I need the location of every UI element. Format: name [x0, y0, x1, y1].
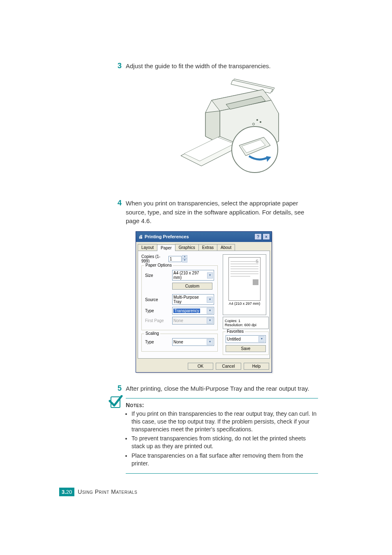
- group-title: Favorites: [226, 329, 245, 334]
- favorites-select[interactable]: Untitled ▾: [226, 335, 266, 343]
- copies-label: Copies (1-999): [141, 254, 168, 263]
- type-label: Type: [145, 309, 172, 313]
- dialog-screenshot: 🖨 Printing Preferences ? × Layout Paper …: [136, 231, 334, 373]
- chevron-down-icon: ▾: [207, 308, 213, 314]
- chevron-down-icon: ▾: [258, 336, 265, 342]
- note-item: If you print on thin transparencies to t…: [131, 410, 318, 433]
- notes-box: Notes: If you print on thin transparenci…: [126, 398, 318, 474]
- left-column: Copies (1-999) ▲ ▼ Paper Options Size A: [141, 254, 220, 355]
- svg-point-8: [260, 121, 261, 123]
- summary-info: Copies: 1 Resolution: 600 dpi: [223, 317, 269, 329]
- note-icon: [108, 395, 123, 410]
- favorites-group: Favorites Untitled ▾ Save: [223, 332, 269, 355]
- help-button[interactable]: ?: [254, 233, 262, 240]
- right-column: S A4 (210 x 297 mm) Copies: 1 Resolution…: [220, 254, 269, 355]
- ok-button[interactable]: OK: [188, 363, 213, 370]
- printer-svg: [173, 76, 284, 182]
- type-value: Transparency: [173, 309, 200, 313]
- svg-point-7: [256, 119, 258, 121]
- firstpage-select: None ▾: [172, 317, 214, 325]
- copies-input[interactable]: [168, 256, 182, 262]
- notes-list: If you print on thin transparencies to t…: [126, 410, 318, 467]
- preview-page: S: [228, 257, 261, 301]
- page-preview: S A4 (210 x 297 mm): [223, 254, 266, 315]
- tab-extras[interactable]: Extras: [198, 244, 217, 251]
- type-select[interactable]: Transparency ▾: [172, 307, 214, 315]
- size-label: Size: [145, 273, 172, 278]
- step-4: 4 When you print on transparencies, sele…: [58, 199, 334, 226]
- step-5: 5 After printing, close the Multi-Purpos…: [58, 384, 334, 393]
- close-button[interactable]: ×: [263, 233, 270, 240]
- chevron-down-icon: ▾: [207, 272, 213, 279]
- page-badge: 3.20: [59, 488, 74, 496]
- size-select[interactable]: A4 (210 x 297 mm) ▾: [172, 270, 214, 281]
- scaling-group: Scaling Type None ▾: [141, 334, 218, 352]
- firstpage-value: None: [173, 318, 183, 323]
- custom-button[interactable]: Custom: [172, 283, 212, 290]
- tab-layout[interactable]: Layout: [138, 244, 157, 251]
- preview-label: A4 (210 x 297 mm): [223, 302, 266, 306]
- dialog-title-text: Printing Preferences: [145, 234, 189, 239]
- printer-illustration: [173, 76, 334, 184]
- step-number: 5: [111, 384, 126, 393]
- tab-graphics[interactable]: Graphics: [175, 244, 199, 251]
- favorites-value: Untitled: [227, 337, 241, 341]
- group-title: Scaling: [144, 331, 160, 336]
- spinner-down-icon[interactable]: ▼: [182, 259, 187, 263]
- tab-about[interactable]: About: [217, 244, 235, 251]
- source-select[interactable]: Multi-Purpose Tray ▾: [172, 294, 214, 305]
- tab-body: Copies (1-999) ▲ ▼ Paper Options Size A: [138, 251, 270, 359]
- firstpage-label: First Page: [145, 318, 172, 323]
- step-3: 3 Adjust the guide to fit the width of t…: [58, 62, 334, 71]
- printer-icon: 🖨: [138, 234, 143, 239]
- chevron-down-icon: ▾: [207, 339, 213, 345]
- section-title: Using Print Materials: [78, 488, 137, 495]
- notes-heading: Notes:: [126, 402, 318, 408]
- page-number: 20: [66, 489, 72, 495]
- source-label: Source: [145, 297, 172, 302]
- document-page: 3 Adjust the guide to fit the width of t…: [0, 0, 392, 521]
- info-resolution: Resolution: 600 dpi: [225, 323, 267, 327]
- spinner-up-icon[interactable]: ▲: [182, 255, 187, 259]
- scaling-type-value: None: [173, 340, 183, 344]
- tab-paper[interactable]: Paper: [157, 244, 175, 251]
- step-number: 4: [111, 199, 126, 207]
- cancel-button[interactable]: Cancel: [216, 363, 241, 370]
- copies-row: Copies (1-999) ▲ ▼: [141, 254, 218, 263]
- dialog-titlebar: 🖨 Printing Preferences ? ×: [136, 232, 272, 242]
- chapter-number: 3.: [62, 489, 66, 495]
- tab-strip: Layout Paper Graphics Extras About: [138, 244, 270, 251]
- info-copies: Copies: 1: [225, 319, 267, 323]
- page-footer: 3.20 Using Print Materials: [59, 488, 334, 496]
- step-text: After printing, close the Multi-Purpose …: [126, 384, 309, 393]
- group-title: Paper Options: [144, 263, 173, 267]
- scaling-type-label: Type: [145, 340, 172, 344]
- printing-preferences-dialog: 🖨 Printing Preferences ? × Layout Paper …: [136, 231, 272, 373]
- scaling-type-select[interactable]: None ▾: [172, 338, 214, 346]
- note-item: Place transparencies on a flat surface a…: [131, 452, 318, 467]
- preview-corner-letter: S: [256, 259, 258, 264]
- help-button[interactable]: Help: [244, 363, 269, 370]
- size-value: A4 (210 x 297 mm): [173, 271, 207, 280]
- save-button[interactable]: Save: [226, 345, 266, 352]
- paper-options-group: Paper Options Size A4 (210 x 297 mm) ▾ C…: [141, 265, 218, 330]
- note-item: To prevent transparencies from sticking,…: [131, 435, 318, 450]
- step-number: 3: [111, 62, 126, 70]
- dialog-buttons: OK Cancel Help: [136, 360, 272, 372]
- step-text: When you print on transparencies, select…: [126, 199, 315, 226]
- step-text: Adjust the guide to fit the width of the…: [126, 62, 271, 71]
- chevron-down-icon: ▾: [207, 297, 213, 303]
- copies-spinner[interactable]: ▲ ▼: [182, 255, 187, 263]
- chevron-down-icon: ▾: [207, 318, 213, 324]
- source-value: Multi-Purpose Tray: [173, 295, 207, 304]
